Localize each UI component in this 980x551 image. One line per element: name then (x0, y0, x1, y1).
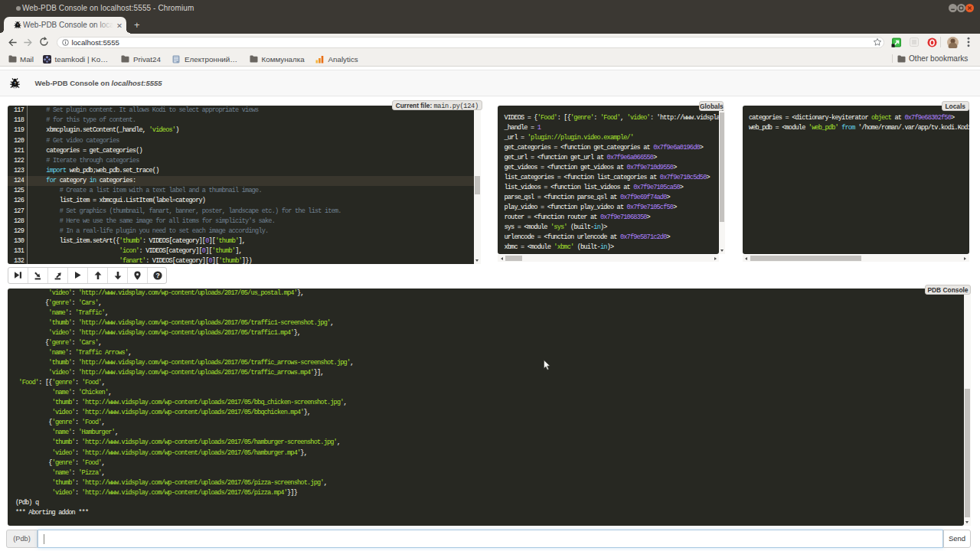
svg-text:?: ? (14, 82, 16, 86)
svg-text:?: ? (155, 272, 159, 279)
svg-text:?: ? (17, 24, 18, 27)
